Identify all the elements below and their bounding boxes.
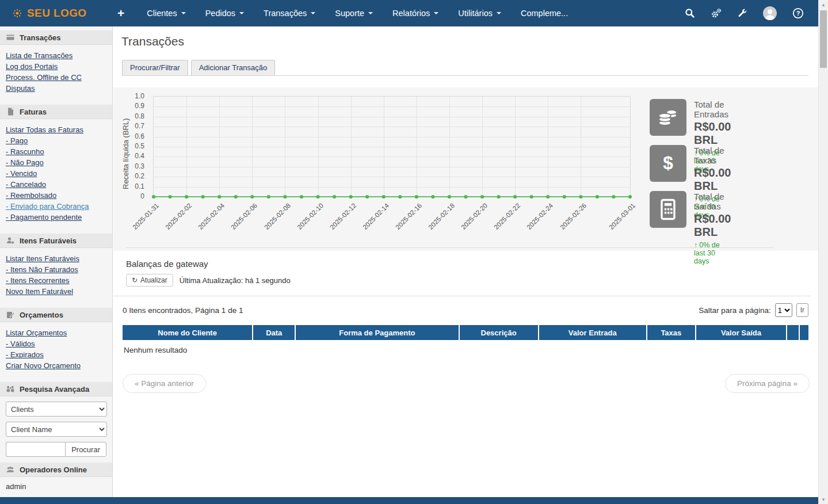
svg-text:?: ? [796,10,800,17]
coins-icon [650,99,686,136]
col-taxas[interactable]: Taxas [647,325,695,340]
user-avatar[interactable] [763,6,777,20]
footer-strip [0,497,819,504]
chart-plot [153,96,631,197]
empty-results-message: Nenhum resultado [124,346,819,354]
gears-icon[interactable] [711,7,722,19]
vertical-scrollbar[interactable]: ▲ ▼ [818,0,828,504]
col-data[interactable]: Data [253,325,295,340]
last-update-text: Última Atualização: há 1 segundo [180,276,291,285]
sidebar-link[interactable]: - Não Pago [6,157,106,168]
go-button[interactable]: Ir [796,303,808,317]
col-forma-de-pagamento[interactable]: Forma de Pagamento [296,325,458,340]
invoice-icon [6,108,14,116]
menu-transacoes[interactable]: Transações [264,9,315,18]
page-title: Transações [121,35,819,48]
stat-total-saidas: Total de Saídas R$0.00 BRL ↑0% de last 3… [650,191,731,265]
credit-card-icon [6,33,14,41]
sidebar-link[interactable]: - Vencido [6,168,106,179]
dollar-icon: $ [650,145,686,182]
col-empty-1 [787,325,799,340]
sidebar: Transações Lista de TransaçõesLog dos Po… [0,26,113,497]
col-descricao[interactable]: Descrição [460,325,538,340]
menu-clientes[interactable]: Clientes [147,9,185,18]
stat-label: Total de Saídas [694,192,731,211]
chevron-down-icon [434,12,438,14]
sun-logo-icon [12,7,23,19]
sidebar-link[interactable]: - Enviado para Cobrança [6,201,106,212]
sidebar-link[interactable]: - Itens Não Faturados [6,264,106,275]
sidebar-search-button[interactable]: Procurar [65,442,106,457]
col-nome-do-cliente[interactable]: Nome do Cliente [123,325,252,340]
sidebar-section-transacoes: Transações [0,30,112,45]
sidebar-link[interactable]: Criar Novo Orçamento [6,360,106,371]
tab-adicionar-transacao[interactable]: Adicionar Transação [191,60,276,75]
col-empty-2 [800,325,808,340]
binoculars-icon [6,385,14,393]
sidebar-section-faturas: Faturas [0,104,112,119]
sidebar-link[interactable]: Listar Orçamentos [6,327,106,338]
tab-procurar-filtrar[interactable]: Procurar/Filtrar [122,60,188,75]
sidebar-section-orcamentos: Orçamentos [0,307,112,322]
sidebar-search-input[interactable] [6,442,65,457]
sidebar-link[interactable]: - Itens Recorrentes [6,275,106,286]
stat-label: Total de Taxas [694,146,731,165]
search-category-select[interactable]: Clients [6,402,107,417]
sidebar-link[interactable]: Listar Todas as Faturas [6,124,106,135]
quote-icon [6,311,14,319]
menu-suporte[interactable]: Suporte [335,9,373,18]
stat-value: R$0.00 BRL [694,120,731,147]
sidebar-link[interactable]: Novo Item Faturável [6,286,106,297]
col-valor-saida[interactable]: Valor Saída [696,325,786,340]
menu-utilitarios[interactable]: Utilitários [458,9,501,18]
previous-page-button[interactable]: « Página anterior [123,374,206,393]
menu-relatorios[interactable]: Relatórios [392,9,438,18]
sidebar-link[interactable]: Disputas [6,83,106,94]
col-valor-entrada[interactable]: Valor Entrada [539,325,646,340]
quick-add-button[interactable]: + [117,6,124,20]
main-menu: Clientes Pedidos Transações Suporte Rela… [137,9,578,18]
sidebar-link[interactable]: - Cancelado [6,179,106,190]
sidebar-link[interactable]: - Reembolsado [6,190,106,201]
sidebar-link[interactable]: Lista de Transações [6,50,106,61]
page-number-select[interactable]: 1 [775,303,792,317]
svg-text:$: $ [663,152,673,173]
page-tabs: Procurar/Filtrar Adicionar Transação [122,60,808,76]
search-field-select[interactable]: Client Name [6,422,107,437]
itens-faturaveis-links: Listar Itens Faturáveis- Itens Não Fatur… [0,248,112,302]
scrollbar-thumb[interactable] [820,10,827,68]
y-tick-label: 0.1 [135,182,144,190]
stat-label: Total de Entradas [694,100,731,119]
sidebar-link[interactable]: Log dos Portais [6,61,106,72]
app-logo[interactable]: SEU LOGO [0,7,110,20]
faturas-links: Listar Todas as Faturas- Pago- Rascunho-… [0,119,112,228]
transactions-table-header: Nome do Cliente Data Forma de Pagamento … [123,325,808,340]
y-tick-label: 0.4 [135,152,144,160]
jump-page-label: Saltar para a página: [699,306,770,315]
wrench-icon[interactable] [738,9,747,18]
sidebar-link[interactable]: Process. Offline de CC [6,72,106,83]
y-tick-label: 1.0 [135,92,144,100]
next-page-button[interactable]: Próxima página » [725,374,810,393]
sidebar-link[interactable]: - Válidos [6,338,106,349]
sidebar-section-pesquisa-avancada: Pesquisa Avançada [0,381,112,396]
y-tick-label: 0.9 [135,102,144,110]
sidebar-link[interactable]: Listar Itens Faturáveis [6,253,106,264]
scroll-up-arrow-icon[interactable]: ▲ [819,0,828,9]
chart-y-labels: 00.10.20.30.40.50.60.70.80.91.0 [113,96,149,197]
y-tick-label: 0.6 [135,132,144,140]
chevron-down-icon [497,12,501,14]
chevron-down-icon [181,12,186,14]
help-icon[interactable]: ? [792,7,804,19]
menu-pedidos[interactable]: Pedidos [205,9,244,18]
menu-complementos[interactable]: Compleme... [521,9,568,18]
y-tick-label: 0.3 [135,162,144,170]
sidebar-link[interactable]: - Rascunho [6,146,106,157]
search-icon[interactable] [685,8,695,18]
sidebar-link[interactable]: - Pago [6,135,106,146]
sidebar-link[interactable]: - Expirados [6,349,106,360]
online-operator: admin [0,477,112,492]
refresh-button[interactable]: ↻Atualizar [126,274,173,287]
sidebar-link[interactable]: - Pagamento pendente [6,212,106,223]
scroll-down-arrow-icon[interactable]: ▼ [819,495,828,504]
